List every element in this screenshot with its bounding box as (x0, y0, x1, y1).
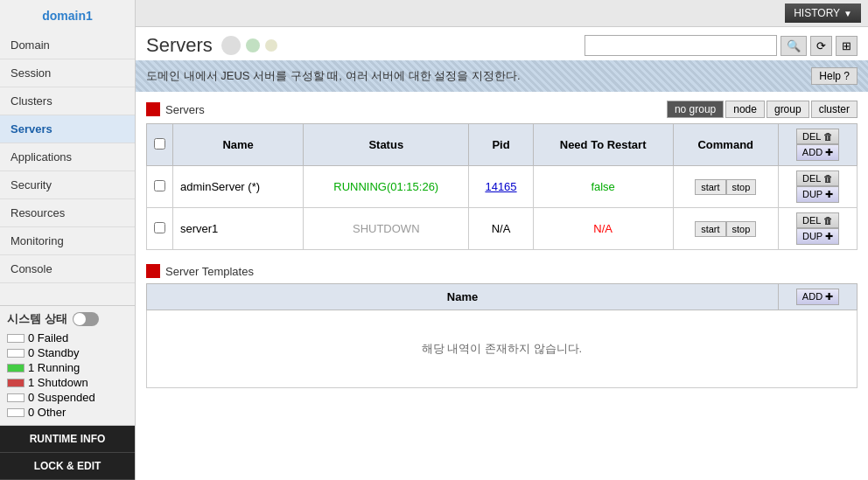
row-checkbox[interactable] (154, 222, 165, 233)
status-label: 1 Running (28, 361, 80, 374)
templates-section: Server Templates Name ADD ✚ 해당 내역이 존재 (146, 264, 858, 388)
refresh-button[interactable]: ⟳ (810, 36, 832, 56)
servers-section-header: Servers no groupnodegroupcluster (146, 101, 858, 118)
status-toggle[interactable] (73, 312, 99, 326)
server-command-cell: startstop (673, 208, 778, 250)
content-area: Servers no groupnodegroupcluster Name St… (136, 92, 868, 480)
templates-table: Name ADD ✚ 해당 내역이 존재하지 않습니다. (146, 283, 858, 388)
server-name: server1 (173, 208, 304, 250)
status-label: 0 Other (28, 406, 66, 419)
status-label: 0 Suspended (28, 391, 95, 404)
servers-section-title: Servers (146, 102, 205, 116)
col-pid: Pid (469, 124, 533, 166)
server-status: RUNNING(01:15:26) (304, 166, 469, 208)
table-add-button[interactable]: ADD ✚ (796, 144, 839, 161)
sidebar-domain: domain1 (0, 0, 135, 31)
server-pid-link[interactable]: 14165 (485, 180, 516, 193)
server-stop-button[interactable]: stop (726, 221, 757, 237)
main-content: HISTORY Servers 🔍 ⟳ ⊞ 도메인 내에서 JEUS 서버를 구… (136, 0, 868, 480)
row-del-button[interactable]: DEL 🗑 (796, 170, 839, 186)
sidebar-item-domain[interactable]: Domain (0, 31, 135, 59)
server-command-cell: startstop (673, 166, 778, 208)
col-command: Command (673, 124, 778, 166)
sidebar: domain1 DomainSessionClustersServersAppl… (0, 0, 136, 480)
circle-decoration-3 (265, 39, 277, 52)
status-indicator-shutdown (7, 379, 24, 387)
status-row: 0 Suspended (7, 390, 128, 405)
sidebar-item-resources[interactable]: Resources (0, 199, 135, 227)
select-all-checkbox[interactable] (154, 138, 165, 150)
status-title: 시스템 상태 (7, 311, 128, 327)
row-del-button[interactable]: DEL 🗑 (796, 212, 839, 228)
search-input[interactable] (584, 35, 777, 56)
server-actions-cell: DEL 🗑DUP ✚ (779, 208, 858, 250)
domain-link[interactable]: domain1 (42, 9, 93, 23)
status-indicator-empty (7, 334, 24, 343)
table-row: server1SHUTDOWNN/AN/AstartstopDEL 🗑DUP ✚ (147, 208, 858, 250)
page-title-area: Servers (146, 34, 277, 57)
group-btn-node[interactable]: node (725, 101, 765, 118)
group-btn-no-group[interactable]: no group (667, 101, 724, 118)
info-banner: 도메인 내에서 JEUS 서버를 구성할 때, 여러 서버에 대한 설정을 지정… (136, 60, 868, 92)
status-indicator-empty (7, 393, 24, 402)
servers-table: Name Status Pid Need To Restart Command … (146, 123, 858, 250)
help-button[interactable]: Help ? (811, 67, 858, 85)
circle-decoration-1 (221, 36, 241, 55)
status-indicator-empty (7, 349, 24, 358)
status-label: 1 Shutdown (28, 376, 88, 389)
lock-edit-button[interactable]: LOCK & EDIT (0, 453, 135, 480)
sidebar-item-clusters[interactable]: Clusters (0, 87, 135, 115)
sidebar-item-monitoring[interactable]: Monitoring (0, 227, 135, 255)
row-dup-button[interactable]: DUP ✚ (796, 228, 839, 245)
server-need-restart: false (533, 166, 673, 208)
status-row: 1 Shutdown (7, 375, 128, 390)
runtime-info-button[interactable]: RUNTIME INFO (0, 426, 135, 453)
sidebar-item-servers[interactable]: Servers (0, 115, 135, 143)
col-need-restart: Need To Restart (533, 124, 673, 166)
group-buttons: no groupnodegroupcluster (667, 101, 858, 118)
templates-add-button[interactable]: ADD ✚ (796, 289, 839, 305)
status-indicator-running (7, 364, 24, 372)
banner-text: 도메인 내에서 JEUS 서버를 구성할 때, 여러 서버에 대한 설정을 지정… (146, 68, 521, 84)
sidebar-bottom: RUNTIME INFO LOCK & EDIT (0, 425, 135, 480)
server-start-button[interactable]: start (695, 179, 725, 195)
sidebar-item-applications[interactable]: Applications (0, 143, 135, 171)
group-btn-cluster[interactable]: cluster (811, 101, 858, 118)
status-label: 0 Failed (28, 331, 68, 344)
col-name: Name (173, 124, 304, 166)
sidebar-item-console[interactable]: Console (0, 255, 135, 283)
status-row: 0 Failed (7, 330, 128, 345)
circle-decoration-2 (246, 38, 260, 52)
col-status: Status (304, 124, 469, 166)
server-need-restart: N/A (533, 208, 673, 250)
status-rows: 0 Failed0 Standby1 Running1 Shutdown0 Su… (7, 330, 128, 420)
status-row: 1 Running (7, 360, 128, 375)
header-circles (221, 36, 277, 55)
table-del-button[interactable]: DEL 🗑 (796, 129, 839, 144)
grid-button[interactable]: ⊞ (836, 36, 858, 56)
templates-col-name: Name (147, 284, 779, 310)
top-bar: HISTORY (136, 0, 868, 27)
templates-section-header: Server Templates (146, 264, 858, 278)
templates-icon (146, 264, 160, 278)
sidebar-item-session[interactable]: Session (0, 59, 135, 87)
search-button[interactable]: 🔍 (780, 36, 807, 56)
status-section: 시스템 상태 0 Failed0 Standby1 Running1 Shutd… (0, 305, 135, 425)
templates-section-title: Server Templates (146, 264, 254, 278)
sidebar-nav: DomainSessionClustersServersApplications… (0, 31, 135, 305)
row-checkbox[interactable] (154, 180, 165, 191)
page-title: Servers (146, 34, 213, 57)
row-dup-button[interactable]: DUP ✚ (796, 186, 839, 203)
templates-empty-message: 해당 내역이 존재하지 않습니다. (154, 315, 850, 383)
page-header: Servers 🔍 ⟳ ⊞ (136, 27, 868, 60)
server-start-button[interactable]: start (695, 221, 725, 237)
server-name: adminServer (*) (173, 166, 304, 208)
status-indicator-empty (7, 408, 24, 417)
sidebar-item-security[interactable]: Security (0, 171, 135, 199)
servers-icon (146, 102, 160, 116)
group-btn-group[interactable]: group (766, 101, 809, 118)
server-stop-button[interactable]: stop (726, 179, 757, 195)
server-status: SHUTDOWN (304, 208, 469, 250)
server-pid: N/A (469, 208, 533, 250)
history-button[interactable]: HISTORY (785, 3, 861, 23)
